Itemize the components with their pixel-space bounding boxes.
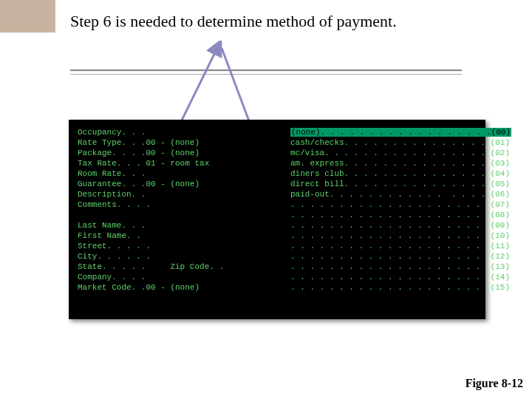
option-row: . . . . . . . . . . . . . . . . . . . . …	[290, 211, 510, 219]
terminal-left-column: Occupancy. . . Rate Type. . .00 - (none)…	[78, 127, 224, 293]
selected-option-row: (none). . . . . . . . . . . . . . . . . …	[290, 128, 511, 137]
option-row: direct bill. . . . . . . . . . . . . . .…	[290, 180, 510, 188]
slide: Step 6 is needed to determine method of …	[0, 0, 532, 399]
option-row: . . . . . . . . . . . . . . . . . . . . …	[290, 273, 510, 282]
option-row: . . . . . . . . . . . . . . . . . . . . …	[290, 200, 510, 209]
option-row: mc/visa. . . . . . . . . . . . . . . . .…	[290, 149, 510, 157]
option-row: cash/checks. . . . . . . . . . . . . . .…	[290, 138, 510, 147]
figure-caption: Figure 8-12	[466, 377, 523, 390]
option-row: paid-out. . . . . . . . . . . . . . . . …	[290, 190, 510, 199]
option-row: am. express. . . . . . . . . . . . . . .…	[290, 159, 510, 168]
option-row: . . . . . . . . . . . . . . . . . . . . …	[290, 262, 510, 271]
option-row: . . . . . . . . . . . . . . . . . . . . …	[290, 242, 510, 250]
divider-line-2	[70, 74, 462, 75]
option-row: . . . . . . . . . . . . . . . . . . . . …	[290, 252, 510, 261]
terminal-screen: Occupancy. . . Rate Type. . .00 - (none)…	[69, 120, 485, 319]
selected-option-code: (00)	[491, 128, 511, 137]
terminal-right-column: (none). . . . . . . . . . . . . . . . . …	[290, 127, 511, 293]
option-row: . . . . . . . . . . . . . . . . . . . . …	[290, 231, 510, 240]
option-row: . . . . . . . . . . . . . . . . . . . . …	[290, 283, 510, 292]
selected-option-label: (none). . . . . . . . . . . . . . . . . …	[291, 128, 491, 137]
option-row: . . . . . . . . . . . . . . . . . . . . …	[290, 221, 510, 230]
title-accent-block	[0, 0, 56, 33]
slide-title: Step 6 is needed to determine method of …	[70, 12, 397, 31]
divider-line-1	[70, 69, 462, 72]
option-row: diners club. . . . . . . . . . . . . . .…	[290, 169, 510, 178]
